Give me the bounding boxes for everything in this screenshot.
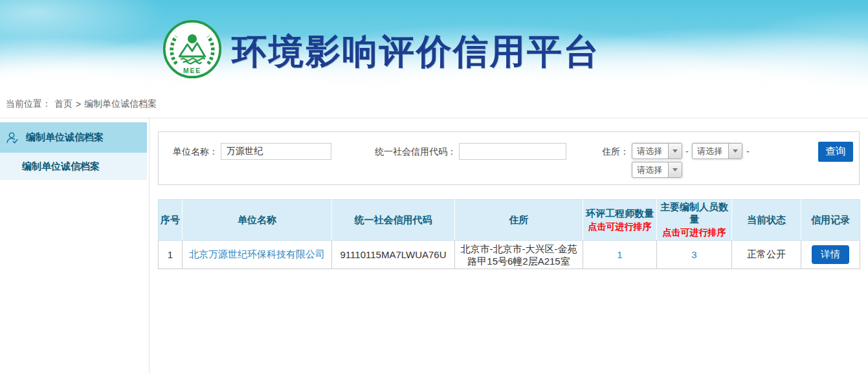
- staff-count-link[interactable]: 3: [691, 249, 696, 260]
- city-select[interactable]: 请选择: [692, 143, 742, 159]
- cell-engineer-count: 1: [583, 241, 657, 269]
- search-panel: 单位名称： 统一社会信用代码： 住所： 请选择 - 请选择 - 请选择: [158, 131, 860, 185]
- address-dash: -: [746, 143, 750, 160]
- site-title: 环境影响评价信用平台: [232, 28, 601, 76]
- col-header-engineer-count[interactable]: 环评工程师数量 点击可进行排序: [583, 200, 657, 241]
- col-header-credit-record: 信用记录: [801, 200, 860, 241]
- credit-code-label: 统一社会信用代码：: [353, 143, 456, 160]
- unit-name-label: 单位名称：: [159, 143, 218, 160]
- chevron-down-icon[interactable]: [728, 144, 742, 159]
- query-button[interactable]: 查询: [818, 142, 853, 162]
- cell-address: 北京市-北京市-大兴区-金苑路甲15号6幢2层A215室: [455, 241, 583, 269]
- sidebar: 编制单位诚信档案 编制单位诚信档案: [0, 118, 147, 373]
- province-select-value: 请选择: [632, 144, 668, 159]
- address-dash: -: [685, 143, 689, 160]
- district-select[interactable]: 请选择: [632, 162, 682, 178]
- table-row: 1 北京万源世纪环保科技有限公司 91110115MA7LWUA76U 北京市-…: [159, 241, 860, 269]
- province-select[interactable]: 请选择: [632, 143, 682, 159]
- unit-name-input[interactable]: [221, 143, 331, 160]
- chevron-down-icon[interactable]: [668, 144, 682, 159]
- breadcrumb: 当前位置： 首页 > 编制单位诚信档案: [0, 91, 868, 118]
- engineer-count-link[interactable]: 1: [617, 249, 622, 260]
- cell-staff-count: 3: [657, 241, 732, 269]
- sort-hint[interactable]: 点击可进行排序: [584, 221, 655, 233]
- company-link[interactable]: 北京万源世纪环保科技有限公司: [189, 248, 325, 259]
- person-check-icon: [5, 131, 19, 145]
- site-banner: MEE 环境影响评价信用平台: [0, 0, 868, 91]
- address-label: 住所：: [574, 143, 629, 160]
- cell-status: 正常公开: [732, 241, 801, 269]
- sidebar-item-credit-archive[interactable]: 编制单位诚信档案: [0, 122, 147, 153]
- col-header-company: 单位名称: [183, 200, 332, 241]
- col-header-credit-code: 统一社会信用代码: [332, 200, 455, 241]
- district-select-value: 请选择: [632, 162, 668, 177]
- content-area: 编制单位诚信档案 编制单位诚信档案 单位名称： 统一社会信用代码： 住所： 请选…: [0, 118, 868, 373]
- results-table: 序号 单位名称 统一社会信用代码 住所 环评工程师数量 点击可进行排序 主要编制…: [158, 199, 860, 269]
- credit-code-input[interactable]: [459, 143, 566, 160]
- breadcrumb-current: 编制单位诚信档案: [84, 98, 157, 110]
- breadcrumb-prefix: 当前位置：: [6, 98, 51, 110]
- col-header-staff-count[interactable]: 主要编制人员数量 点击可进行排序: [657, 200, 732, 241]
- chevron-down-icon[interactable]: [668, 162, 682, 177]
- breadcrumb-home-link[interactable]: 首页: [54, 98, 72, 110]
- svg-text:MEE: MEE: [183, 67, 201, 74]
- breadcrumb-separator: >: [76, 99, 81, 109]
- sidebar-item-label: 编制单位诚信档案: [26, 131, 104, 144]
- page: MEE 环境影响评价信用平台 当前位置： 首页 > 编制单位诚信档案 编制单位诚…: [0, 0, 868, 374]
- sidebar-subitem-credit-archive[interactable]: 编制单位诚信档案: [0, 153, 147, 180]
- cell-index: 1: [159, 241, 183, 269]
- col-header-index: 序号: [159, 200, 183, 241]
- main-panel: 单位名称： 统一社会信用代码： 住所： 请选择 - 请选择 - 请选择: [149, 118, 868, 373]
- col-header-status: 当前状态: [732, 200, 801, 241]
- cell-credit-record: 详情: [801, 241, 860, 269]
- detail-button[interactable]: 详情: [812, 245, 849, 264]
- cell-company: 北京万源世纪环保科技有限公司: [183, 241, 332, 269]
- sort-hint[interactable]: 点击可进行排序: [658, 227, 730, 239]
- cell-credit-code: 91110115MA7LWUA76U: [332, 241, 455, 269]
- city-select-value: 请选择: [693, 144, 728, 159]
- table-header-row: 序号 单位名称 统一社会信用代码 住所 环评工程师数量 点击可进行排序 主要编制…: [159, 200, 860, 241]
- col-header-address: 住所: [455, 200, 583, 241]
- mee-logo-icon: MEE: [162, 19, 223, 80]
